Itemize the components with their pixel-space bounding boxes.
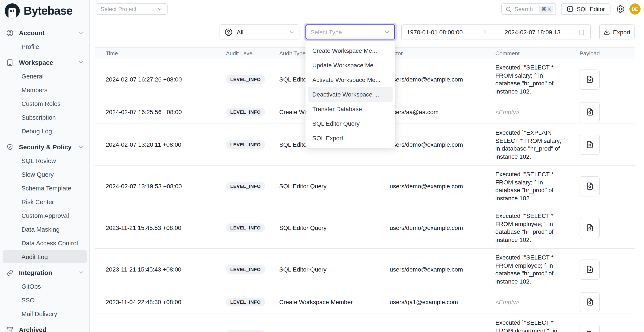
- sidebar-item-slow-query[interactable]: Slow Query: [2, 168, 87, 181]
- table-row: 2023-11-04 22:48:30 +08:00 LEVEL_INFO Cr…: [96, 290, 636, 314]
- chevron-down-icon: [78, 59, 84, 66]
- sql-editor-button[interactable]: SQL Editor: [561, 3, 610, 14]
- cell-payload: [569, 135, 636, 155]
- sidebar-section-workspace[interactable]: Workspace: [0, 56, 89, 69]
- cell-audit-level: LEVEL_INFO: [216, 182, 269, 190]
- chevron-down-icon: [78, 30, 84, 36]
- chevron-down-icon: [78, 144, 84, 150]
- gear-icon[interactable]: [616, 5, 625, 13]
- table-row: 2024-02-07 13:19:53 +08:00 LEVEL_INFO SQ…: [96, 166, 636, 207]
- sidebar-item-general[interactable]: General: [2, 69, 87, 83]
- sidebar-item-audit-log[interactable]: Audit Log: [2, 250, 87, 263]
- col-header-audit-level: Audit Level: [216, 50, 269, 56]
- cell-comment: Executed `"SELECT * FROM salary;"` in da…: [485, 166, 569, 207]
- sidebar-item-schema-template[interactable]: Schema Template: [2, 181, 87, 195]
- cell-comment: Executed `"SELECT * FROM employee;"` in …: [485, 207, 569, 248]
- sidebar-item-sso[interactable]: SSO: [2, 293, 87, 307]
- cell-payload: [569, 176, 636, 196]
- level-badge: LEVEL_INFO: [226, 265, 265, 274]
- sidebar-section-integration[interactable]: Integration: [0, 266, 89, 279]
- col-header-comment: Comment: [485, 50, 569, 56]
- terminal-icon: [567, 5, 574, 12]
- sidebar-item-gitops[interactable]: GitOps: [2, 280, 87, 293]
- payload-button[interactable]: [580, 135, 600, 155]
- actor-filter-select[interactable]: All: [220, 24, 300, 39]
- file-search-icon: [585, 75, 594, 84]
- sidebar-item-custom-roles[interactable]: Custom Roles: [2, 97, 87, 110]
- file-search-icon: [585, 223, 594, 232]
- search-input[interactable]: [514, 6, 537, 12]
- chevron-down-icon: [78, 269, 84, 276]
- sidebar-item-sql-review[interactable]: SQL Review: [2, 154, 87, 167]
- cell-time: 2024-02-07 16:25:56 +08:00: [96, 109, 216, 115]
- menu-item-deactivate-workspace[interactable]: Deactivate Workspace ...: [308, 87, 393, 102]
- actor-filter-value: All: [237, 28, 285, 35]
- brand-logo[interactable]: Bytebase: [0, 0, 89, 21]
- search-box[interactable]: ⌘ K: [502, 3, 556, 14]
- sidebar-item-debug-log[interactable]: Debug Log: [2, 124, 87, 138]
- cell-time: 2023-11-04 22:48:30 +08:00: [96, 299, 216, 305]
- sidebar-section-security-policy[interactable]: Security & Policy: [0, 140, 89, 154]
- menu-item-sql-export[interactable]: SQL Export: [308, 131, 393, 146]
- project-select[interactable]: Select Project: [96, 3, 168, 14]
- cell-time: 2024-02-07 16:27:26 +08:00: [96, 76, 216, 83]
- brand-name: Bytebase: [24, 4, 72, 17]
- payload-button[interactable]: [580, 102, 600, 122]
- sidebar-item-custom-approval[interactable]: Custom Approval: [2, 209, 87, 222]
- sidebar-item-subscription[interactable]: Subscription: [2, 111, 87, 124]
- cell-comment: <Empty>: [485, 293, 569, 311]
- cell-time: 2023-11-21 15:45:53 +08:00: [96, 224, 216, 231]
- link-icon: [6, 269, 14, 276]
- cell-time: 2024-02-07 13:20:11 +08:00: [96, 141, 216, 148]
- avatar[interactable]: DE: [630, 3, 640, 14]
- cell-payload: [569, 69, 636, 89]
- sidebar-item-profile[interactable]: Profile: [2, 40, 87, 53]
- menu-item-update-workspace-me[interactable]: Update Workspace Me...: [308, 58, 393, 72]
- type-filter-dropdown: Create Workspace Me...Update Workspace M…: [306, 41, 395, 148]
- payload-button[interactable]: [580, 176, 600, 196]
- sidebar-item-data-access-control[interactable]: Data Access Control: [2, 236, 87, 250]
- cell-actor: users/demo@example.com: [379, 331, 485, 332]
- main-area: Select Project ⌘ K SQL Editor: [90, 0, 644, 332]
- payload-button[interactable]: [580, 218, 600, 238]
- cell-audit-type: Create Workspace Member: [269, 299, 379, 305]
- level-badge: LEVEL_INFO: [226, 140, 265, 149]
- sidebar: Bytebase Account Profile Workspace Gener…: [0, 0, 90, 332]
- payload-button[interactable]: [580, 292, 600, 312]
- sidebar-item-members[interactable]: Members: [2, 83, 87, 97]
- cell-comment: Executed `"EXPLAIN SELECT * FROM salary;…: [485, 124, 569, 165]
- menu-item-transfer-database[interactable]: Transfer Database: [308, 102, 393, 116]
- archive-icon: [6, 326, 14, 332]
- sidebar-section-archived[interactable]: Archived: [0, 323, 89, 332]
- export-button[interactable]: Export: [599, 24, 634, 39]
- col-header-time: Time: [96, 50, 216, 56]
- date-range-picker[interactable]: 1970-01-01 08:00:00 2024-02-07 18:09:13: [401, 24, 591, 39]
- level-badge: LEVEL_INFO: [226, 182, 265, 190]
- filter-bar: All Select Type 1970-01-01 08:00:00 2024…: [90, 24, 644, 39]
- type-filter-placeholder: Select Type: [310, 28, 384, 35]
- calendar-icon: [578, 28, 585, 35]
- download-icon: [604, 29, 610, 35]
- type-filter-select[interactable]: Select Type: [306, 24, 395, 39]
- search-icon: [506, 6, 512, 12]
- sidebar-item-mail-delivery[interactable]: Mail Delivery: [2, 307, 87, 321]
- level-badge: LEVEL_INFO: [226, 298, 265, 306]
- payload-button[interactable]: [580, 69, 600, 89]
- cell-audit-level: LEVEL_INFO: [216, 298, 269, 306]
- cell-payload: [569, 102, 636, 122]
- cell-actor: users/qa1@example.com: [379, 299, 485, 305]
- sidebar-item-data-masking[interactable]: Data Masking: [2, 223, 87, 236]
- app-root: Bytebase Account Profile Workspace Gener…: [0, 0, 644, 332]
- project-select-value: Select Project: [100, 6, 136, 12]
- table-row: 2023-11-21 15:45:43 +08:00 LEVEL_INFO SQ…: [96, 249, 636, 290]
- sidebar-item-risk-center[interactable]: Risk Center: [2, 195, 87, 208]
- sidebar-section-account[interactable]: Account: [0, 26, 89, 39]
- menu-item-create-workspace-me[interactable]: Create Workspace Me...: [308, 43, 393, 58]
- cell-comment: <Empty>: [485, 103, 569, 121]
- payload-button[interactable]: [580, 325, 600, 332]
- cell-time: 2023-11-04 01:26:34 +08:00: [96, 331, 216, 332]
- menu-item-activate-workspace-me[interactable]: Activate Workspace Me...: [308, 72, 393, 87]
- payload-button[interactable]: [580, 259, 600, 280]
- cell-audit-type: SQL Editor Query: [269, 266, 379, 273]
- menu-item-sql-editor-query[interactable]: SQL Editor Query: [308, 116, 393, 131]
